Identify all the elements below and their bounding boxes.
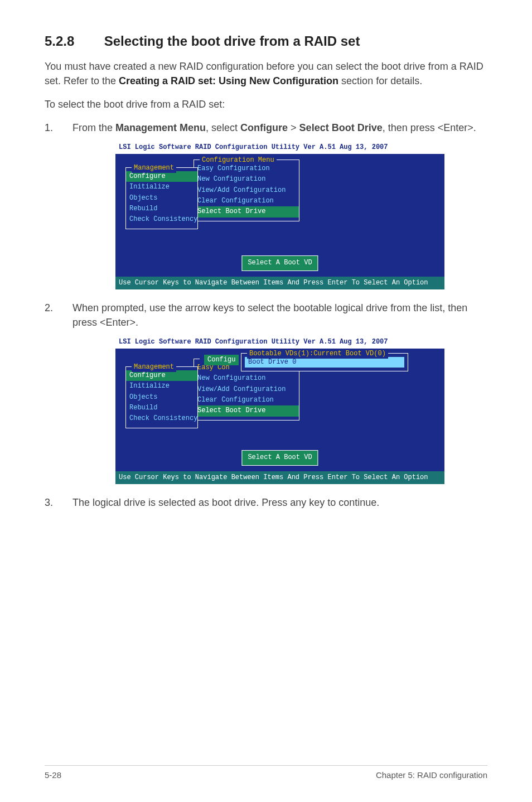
configuration-menu-title: Configuration Menu xyxy=(200,156,277,165)
conf-item-new: New Configuration xyxy=(194,174,299,185)
bios-footer-text: Use Cursor Keys to Navigate Between Item… xyxy=(115,277,444,289)
conf-item-select-boot-drive: Select Boot Drive xyxy=(194,206,299,217)
step-1: From the Management Menu, select Configu… xyxy=(45,120,487,289)
configuration-menu-box: Configuration Menu Easy Configuration Ne… xyxy=(194,160,299,221)
management-menu-box: Management Configure Initialize Objects … xyxy=(125,167,198,229)
mgmt-item-initialize: Initialize xyxy=(126,381,197,392)
chapter-label: Chapter 5: RAID configuration xyxy=(376,770,487,780)
conf-item-viewadd: View/Add Configuration xyxy=(194,384,299,395)
bootable-vds-title: Bootable VDs(1):Current Boot VD(0) xyxy=(247,349,388,359)
configuration-menu-title-trunc: Configu xyxy=(200,355,241,365)
management-menu-title: Management xyxy=(132,163,176,173)
section-heading: 5.2.8 Selecting the boot drive from a RA… xyxy=(45,33,487,49)
intro-paragraph-2: To select the boot drive from a RAID set… xyxy=(45,97,487,112)
mgmt-item-objects: Objects xyxy=(126,193,197,204)
step-2: When prompted, use the arrow keys to sel… xyxy=(45,301,487,484)
bios-screenshot-2: LSI Logic Software RAID Configuration Ut… xyxy=(115,336,444,484)
step-3: The logical drive is selected as boot dr… xyxy=(45,495,487,510)
mgmt-item-initialize: Initialize xyxy=(126,182,197,192)
conf-item-select-boot-drive: Select Boot Drive xyxy=(194,405,299,416)
intro-paragraph-1: You must have created a new RAID configu… xyxy=(45,59,487,88)
management-menu-box: Management Configure Initialize Objects … xyxy=(125,366,198,428)
conf-item-viewadd: View/Add Configuration xyxy=(194,185,299,196)
bios-titlebar: LSI Logic Software RAID Configuration Ut… xyxy=(115,142,444,153)
bios-body: Configuration Menu Easy Configuration Ne… xyxy=(115,154,444,277)
mgmt-item-check: Check Consistency xyxy=(126,413,197,424)
mgmt-item-rebuild: Rebuild xyxy=(126,204,197,214)
page-footer: 5-28 Chapter 5: RAID configuration xyxy=(45,765,487,780)
conf-item-new: New Configuration xyxy=(194,373,299,384)
mgmt-item-objects: Objects xyxy=(126,392,197,403)
section-title: Selecting the boot drive from a RAID set xyxy=(104,33,360,49)
management-menu-title: Management xyxy=(132,363,176,372)
bios-prompt-box: Select A Boot VD xyxy=(241,450,318,465)
bios-footer-text: Use Cursor Keys to Navigate Between Item… xyxy=(115,471,444,484)
bootable-vds-box: Bootable VDs(1):Current Boot VD(0) Boot … xyxy=(241,353,408,371)
conf-item-clear: Clear Configuration xyxy=(194,395,299,405)
bios-titlebar: LSI Logic Software RAID Configuration Ut… xyxy=(115,336,444,348)
conf-item-clear: Clear Configuration xyxy=(194,196,299,206)
bios-screenshot-1: LSI Logic Software RAID Configuration Ut… xyxy=(115,142,444,289)
page-number: 5-28 xyxy=(45,770,61,780)
bios-body: Configu Easy Con New Configuration View/… xyxy=(115,349,444,471)
mgmt-item-rebuild: Rebuild xyxy=(126,403,197,413)
section-number: 5.2.8 xyxy=(45,33,100,49)
bios-prompt-box: Select A Boot VD xyxy=(241,255,318,270)
mgmt-item-check: Check Consistency xyxy=(126,214,197,225)
steps-list: From the Management Menu, select Configu… xyxy=(45,120,487,510)
